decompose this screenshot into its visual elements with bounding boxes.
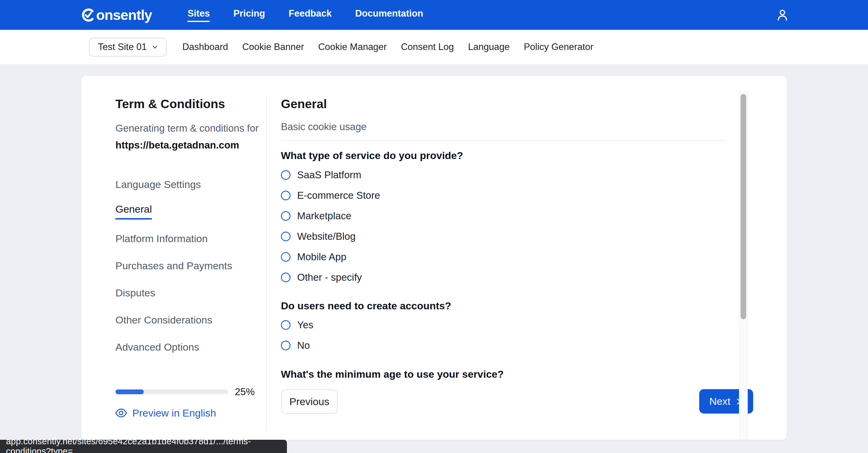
form-section-subheading: Basic cookie usage xyxy=(281,121,367,132)
radio-button-icon[interactable] xyxy=(281,252,290,262)
wizard-section-item[interactable]: Language Settings xyxy=(116,171,257,198)
radio-button-icon[interactable] xyxy=(281,170,290,180)
site-tab[interactable]: Cookie Banner xyxy=(242,41,304,53)
question-minimum-age: What's the minimum age to use your servi… xyxy=(281,368,504,380)
radio-button-icon[interactable] xyxy=(281,191,290,200)
site-switcher-label: Test Site 01 xyxy=(98,41,147,53)
top-nav-link[interactable]: Pricing xyxy=(233,8,265,22)
wizard-description: Generating term & conditions for https:/… xyxy=(116,121,260,153)
person-icon xyxy=(776,8,788,21)
panel-divider xyxy=(266,95,267,431)
chevron-down-icon xyxy=(151,43,159,51)
radio-option-label: Other - specify xyxy=(297,272,362,283)
wizard-section-label: Purchases and Payments xyxy=(116,260,232,272)
radio-button-icon[interactable] xyxy=(281,272,290,282)
wizard-section-label: Language Settings xyxy=(116,179,201,190)
radio-option-label: Mobile App xyxy=(297,251,346,263)
radio-option[interactable]: No xyxy=(281,335,313,356)
radio-option[interactable]: Marketplace xyxy=(281,206,380,226)
radio-option[interactable]: Website/Blog xyxy=(281,226,380,247)
radio-option[interactable]: E-commerce Store xyxy=(281,185,380,206)
radio-button-icon[interactable] xyxy=(281,341,290,350)
wizard-section-label: Platform Information xyxy=(116,233,208,245)
wizard-section-item[interactable]: Other Considerations xyxy=(116,306,257,333)
radio-option[interactable]: Mobile App xyxy=(281,247,380,267)
wizard-section-label: Other Considerations xyxy=(116,314,212,326)
top-navigation: SitesPricingFeedbackDocumentation xyxy=(187,8,423,22)
form-divider xyxy=(281,140,726,141)
site-tab[interactable]: Policy Generator xyxy=(524,41,593,53)
top-nav-link[interactable]: Feedback xyxy=(288,8,332,22)
radio-option-label: Marketplace xyxy=(297,210,351,222)
site-tab[interactable]: Language xyxy=(468,41,510,53)
preview-link-label: Preview in English xyxy=(132,407,216,419)
wizard-section-list: Language Settings General Platform Infor… xyxy=(116,171,257,360)
radio-option[interactable]: Yes xyxy=(281,315,313,335)
preview-in-english-link[interactable]: Preview in English xyxy=(115,407,216,419)
progress-percent: 25% xyxy=(235,386,255,397)
status-url-bar: app.consently.net/sites/695e42ce2a1b1de4… xyxy=(0,440,287,453)
form-section-heading: General xyxy=(281,97,327,111)
wizard-section-item[interactable]: Advanced Options xyxy=(116,333,257,360)
wizard-section-item[interactable]: Disputes xyxy=(116,279,257,306)
scrollbar-thumb[interactable] xyxy=(741,94,746,319)
account-button[interactable] xyxy=(776,8,788,21)
top-nav-link[interactable]: Sites xyxy=(187,8,210,22)
wizard-title: Term & Conditions xyxy=(116,97,225,111)
wizard-section-label: Advanced Options xyxy=(116,341,199,353)
create-accounts-options: Yes No xyxy=(281,315,313,356)
service-type-options: SaaS Platform E-commerce Store Marketpla… xyxy=(281,165,380,288)
site-tab[interactable]: Cookie Manager xyxy=(318,41,387,53)
site-toolbar: Test Site 01 DashboardCookie BannerCooki… xyxy=(0,30,868,64)
brand-c-check-icon xyxy=(81,7,96,23)
status-url-text: app.consently.net/sites/695e42ce2a1b1de4… xyxy=(6,436,287,453)
radio-option-label: Yes xyxy=(297,319,313,331)
brand-logo[interactable]: onsently xyxy=(81,7,152,23)
site-tab[interactable]: Dashboard xyxy=(182,41,228,53)
target-site-url: https://beta.getadnan.com xyxy=(116,137,260,153)
site-tabs: DashboardCookie BannerCookie ManagerCons… xyxy=(182,41,593,53)
radio-button-icon[interactable] xyxy=(281,232,290,241)
wizard-section-item[interactable]: Platform Information xyxy=(116,225,257,252)
radio-option-label: No xyxy=(297,340,310,351)
top-nav-link[interactable]: Documentation xyxy=(355,8,423,22)
wizard-subtitle: Generating term & conditions for xyxy=(116,123,258,134)
wizard-section-label: General xyxy=(116,203,152,220)
wizard-section-item[interactable]: Purchases and Payments xyxy=(116,252,257,279)
wizard-section-label: Disputes xyxy=(116,287,155,299)
eye-icon xyxy=(115,407,127,419)
scrollbar-track[interactable] xyxy=(739,90,748,440)
progress-bar xyxy=(116,389,228,394)
radio-option[interactable]: Other - specify xyxy=(281,267,380,288)
radio-option-label: SaaS Platform xyxy=(297,169,361,181)
progress-fill xyxy=(116,389,144,394)
radio-option-label: E-commerce Store xyxy=(297,190,380,201)
previous-button[interactable]: Previous xyxy=(281,389,338,414)
site-switcher-dropdown[interactable]: Test Site 01 xyxy=(89,38,167,57)
radio-button-icon[interactable] xyxy=(281,320,290,330)
question-service-type: What type of service do you provide? xyxy=(281,150,463,161)
site-tab[interactable]: Consent Log xyxy=(401,41,454,53)
brand-wordmark: onsently xyxy=(96,7,152,23)
wizard-section-item[interactable]: General xyxy=(116,198,257,225)
policy-generator-card: Term & Conditions Generating term & cond… xyxy=(82,76,786,440)
radio-button-icon[interactable] xyxy=(281,211,290,221)
next-button-label: Next xyxy=(710,395,731,407)
radio-option-label: Website/Blog xyxy=(297,231,355,242)
radio-option[interactable]: SaaS Platform xyxy=(281,165,380,185)
top-header: onsently SitesPricingFeedbackDocumentati… xyxy=(0,0,868,30)
progress-row: 25% xyxy=(116,386,255,397)
question-create-accounts: Do users need to create accounts? xyxy=(281,300,451,312)
